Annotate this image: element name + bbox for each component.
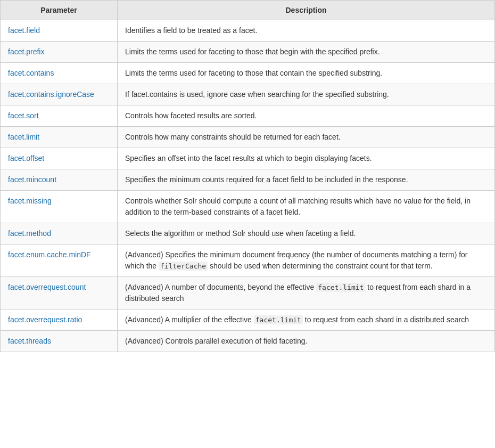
table-row: facet.fieldIdentifies a field to be trea…: [1, 20, 495, 42]
description-cell: Controls how many constraints should be …: [118, 127, 495, 148]
table-row: facet.prefixLimits the terms used for fa…: [1, 42, 495, 63]
param-link[interactable]: facet.missing: [8, 197, 52, 205]
param-link[interactable]: facet.limit: [8, 133, 39, 141]
param-cell[interactable]: facet.prefix: [1, 42, 118, 63]
parameters-table: Parameter Description facet.fieldIdentif…: [0, 0, 495, 352]
table-row: facet.missingControls whether Solr shoul…: [1, 191, 495, 223]
table-row: facet.methodSelects the algorithm or met…: [1, 223, 495, 245]
param-cell[interactable]: facet.sort: [1, 105, 118, 127]
description-cell: (Advanced) Controls parallel execution o…: [118, 331, 495, 352]
description-cell: (Advanced) A multiplier of the effective…: [118, 309, 495, 331]
table-row: facet.contains.ignoreCaseIf facet.contai…: [1, 84, 495, 105]
param-link[interactable]: facet.overrequest.count: [8, 283, 86, 291]
column-header-parameter: Parameter: [1, 1, 118, 20]
description-cell: Controls whether Solr should compute a c…: [118, 191, 495, 223]
param-link[interactable]: facet.contains.ignoreCase: [8, 90, 94, 99]
description-cell: Limits the terms used for faceting to th…: [118, 42, 495, 63]
table-row: facet.enum.cache.minDF(Advanced) Specifi…: [1, 245, 495, 277]
table-row: facet.containsLimits the terms used for …: [1, 63, 495, 84]
param-cell[interactable]: facet.limit: [1, 127, 118, 148]
param-cell[interactable]: facet.offset: [1, 148, 118, 169]
table-row: facet.threads(Advanced) Controls paralle…: [1, 331, 495, 352]
description-cell: (Advanced) A number of documents, beyond…: [118, 277, 495, 309]
param-link[interactable]: facet.prefix: [8, 47, 44, 56]
param-cell[interactable]: facet.overrequest.ratio: [1, 309, 118, 331]
param-cell[interactable]: facet.field: [1, 20, 118, 42]
param-cell[interactable]: facet.overrequest.count: [1, 277, 118, 309]
param-link[interactable]: facet.method: [8, 229, 51, 238]
table-row: facet.sortControls how faceted results a…: [1, 105, 495, 127]
column-header-description: Description: [118, 1, 495, 20]
table-row: facet.mincountSpecifies the minimum coun…: [1, 169, 495, 191]
table-row: facet.overrequest.count(Advanced) A numb…: [1, 277, 495, 309]
param-cell[interactable]: facet.method: [1, 223, 118, 245]
param-link[interactable]: facet.contains: [8, 69, 54, 77]
description-cell: If facet.contains is used, ignore case w…: [118, 84, 495, 105]
param-cell[interactable]: facet.mincount: [1, 169, 118, 191]
param-link[interactable]: facet.enum.cache.minDF: [8, 250, 91, 259]
param-link[interactable]: facet.field: [8, 26, 40, 35]
description-cell: Specifies the minimum counts required fo…: [118, 169, 495, 191]
param-cell[interactable]: facet.threads: [1, 331, 118, 352]
param-cell[interactable]: facet.enum.cache.minDF: [1, 245, 118, 277]
param-link[interactable]: facet.offset: [8, 154, 44, 162]
param-link[interactable]: facet.threads: [8, 337, 51, 345]
param-cell[interactable]: facet.contains.ignoreCase: [1, 84, 118, 105]
table-row: facet.limitControls how many constraints…: [1, 127, 495, 148]
param-link[interactable]: facet.overrequest.ratio: [8, 315, 82, 324]
param-link[interactable]: facet.sort: [8, 111, 39, 120]
description-cell: Selects the algorithm or method Solr sho…: [118, 223, 495, 245]
description-cell: Controls how faceted results are sorted.: [118, 105, 495, 127]
description-cell: (Advanced) Specifies the minimum documen…: [118, 245, 495, 277]
param-link[interactable]: facet.mincount: [8, 175, 56, 184]
description-cell: Specifies an offset into the facet resul…: [118, 148, 495, 169]
table-header-row: Parameter Description: [1, 1, 495, 20]
param-cell[interactable]: facet.missing: [1, 191, 118, 223]
param-cell[interactable]: facet.contains: [1, 63, 118, 84]
description-cell: Identifies a field to be treated as a fa…: [118, 20, 495, 42]
table-row: facet.overrequest.ratio(Advanced) A mult…: [1, 309, 495, 331]
description-cell: Limits the terms used for faceting to th…: [118, 63, 495, 84]
table-row: facet.offsetSpecifies an offset into the…: [1, 148, 495, 169]
